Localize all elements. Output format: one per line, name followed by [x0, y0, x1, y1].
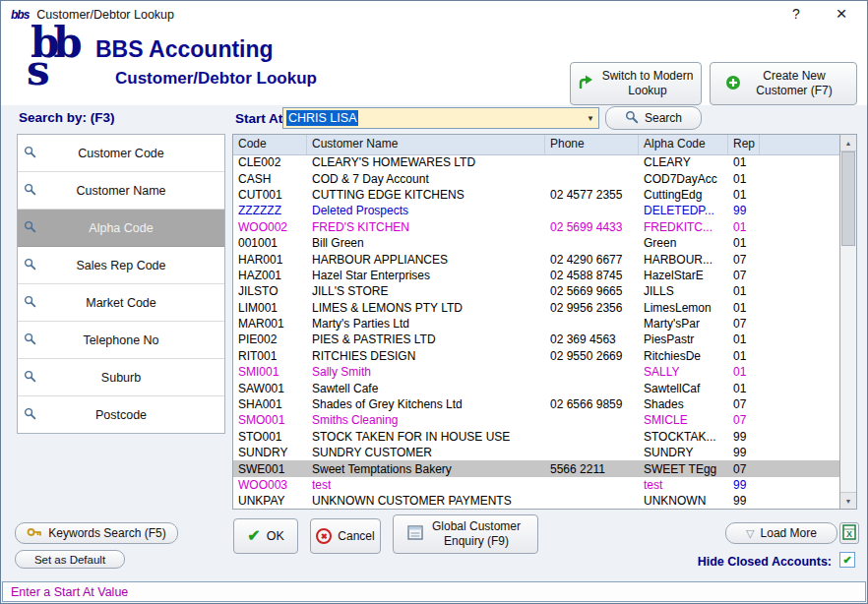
cell-name: UNKNOWN CUSTOMER PAYMENTS — [307, 493, 545, 509]
switch-to-modern-lookup-label: Switch to Modern Lookup — [600, 69, 695, 98]
table-row[interactable]: SMI001Sally SmithSALLY01 — [233, 364, 839, 380]
bbs-logo: bb s — [21, 29, 92, 97]
cell-rep: 99 — [728, 477, 760, 493]
table-row[interactable]: SAW001Sawtell CafeSawtellCaf01 — [233, 380, 839, 395]
column-header-customer-name[interactable]: Customer Name — [307, 135, 545, 154]
create-new-customer-button[interactable]: Create New Customer (F7) — [710, 62, 857, 105]
svg-text:X: X — [846, 529, 852, 539]
table-row[interactable]: HAR001HARBOUR APPLIANCES02 4290 6677HARB… — [233, 251, 839, 267]
ok-label: OK — [267, 529, 284, 543]
cell-code: RIT001 — [233, 348, 307, 364]
search-button[interactable]: Search — [605, 106, 702, 130]
table-row[interactable]: SHA001Shades of Grey Kitchens Ltd02 6566… — [233, 396, 839, 412]
excel-icon: X — [842, 524, 856, 543]
global-customer-enquiry-button[interactable]: Global Customer Enquiry (F9) — [393, 514, 538, 554]
sidebar-item-telephone-no[interactable]: Telephone No — [18, 322, 224, 359]
cell-name: RITCHIES DESIGN — [307, 348, 545, 364]
cell-alpha: Green — [639, 235, 728, 251]
column-header-phone[interactable]: Phone — [545, 135, 639, 154]
cell-code: SAW001 — [233, 381, 307, 396]
table-row[interactable]: LIM001LIMES & LEMONS PTY LTD02 9956 2356… — [233, 300, 839, 316]
scrollbar-thumb[interactable] — [841, 151, 855, 246]
dropdown-arrow-icon[interactable]: ▼ — [587, 114, 594, 123]
set-as-default-button[interactable]: Set as Default — [15, 550, 125, 569]
table-row[interactable]: CASHCOD & 7 Day AccountCOD7DayAcc01 — [233, 170, 839, 186]
table-row[interactable]: ZZZZZZDeleted ProspectsDELETEDP...99 — [233, 203, 839, 218]
hide-closed-accounts-label: Hide Closed Accounts: — [698, 555, 832, 569]
keywords-search-button[interactable]: Keywords Search (F5) — [15, 522, 178, 544]
cell-alpha: SUNDRY — [639, 445, 728, 460]
vertical-scrollbar[interactable]: ▲ ▼ — [840, 134, 857, 510]
table-row[interactable]: JILSTOJILL'S STORE02 5669 9665JILLS01 — [233, 283, 839, 299]
cell-name: Deleted Prospects — [307, 203, 545, 218]
sidebar-item-market-code[interactable]: Market Code — [18, 284, 224, 322]
cell-code: HAR001 — [233, 252, 307, 268]
titlebar: bbs Customer/Debtor Lookup ? × — [1, 1, 867, 29]
sidebar-item-suburb[interactable]: Suburb — [18, 359, 224, 396]
column-header-rep[interactable]: Rep — [728, 135, 760, 154]
cell-alpha: SMICLE — [639, 412, 728, 428]
sidebar-item-label: Suburb — [18, 371, 224, 385]
table-row[interactable]: MAR001Marty's Parties LtdMarty'sPar07 — [233, 316, 839, 332]
status-text: Enter a Start At Value — [11, 585, 128, 599]
sidebar-item-label: Sales Rep Code — [18, 259, 224, 272]
cancel-button[interactable]: ✖ Cancel — [310, 518, 381, 554]
set-as-default-label: Set as Default — [34, 554, 105, 566]
load-more-label: Load More — [761, 526, 817, 540]
cell-rep: 07 — [728, 268, 760, 283]
cell-name: SUNDRY CUSTOMER — [307, 445, 545, 460]
ok-button[interactable]: ✔ OK — [233, 518, 298, 554]
search-by-list: Customer CodeCustomer NameAlpha CodeSale… — [17, 134, 225, 434]
table-row[interactable]: SWE001Sweet Temptations Bakery5566 2211S… — [233, 460, 839, 476]
table-row[interactable]: PIE002PIES & PASTRIES LTD02 369 4563Pies… — [233, 332, 839, 347]
cell-phone: 02 9550 2669 — [545, 348, 639, 364]
sidebar-item-customer-name[interactable]: Customer Name — [18, 172, 224, 210]
search-icon — [625, 110, 639, 127]
table-row[interactable]: WOO003testtest99 — [233, 477, 839, 493]
sidebar-item-sales-rep-code[interactable]: Sales Rep Code — [18, 247, 224, 284]
table-row[interactable]: WOO002FRED'S KITCHEN02 5699 4433FREDKITC… — [233, 219, 839, 235]
scroll-up-icon[interactable]: ▲ — [840, 135, 856, 151]
cell-alpha: DELETEDP... — [639, 203, 728, 218]
help-button[interactable]: ? — [786, 6, 806, 22]
hide-closed-checkbox[interactable]: ✔ — [839, 552, 855, 568]
cell-code: CASH — [233, 171, 307, 187]
app-icon: bbs — [11, 8, 29, 22]
plus-icon — [725, 75, 741, 93]
close-button[interactable]: × — [830, 3, 853, 25]
cell-rep: 99 — [728, 203, 760, 218]
table-row[interactable]: 001001Bill GreenGreen01 — [233, 235, 839, 251]
sidebar-item-customer-code[interactable]: Customer Code — [18, 135, 224, 172]
load-more-button[interactable]: ▽ Load More — [725, 522, 837, 544]
cell-rep: 01 — [728, 187, 760, 203]
table-row[interactable]: CLE002CLEARY'S HOMEWARES LTDCLEARY01 — [233, 154, 839, 170]
export-excel-button[interactable]: X — [839, 522, 859, 544]
cell-phone: 02 5699 4433 — [545, 219, 639, 235]
table-row[interactable]: RIT001RITCHIES DESIGN02 9550 2669Ritchie… — [233, 348, 839, 364]
scroll-down-icon[interactable]: ▼ — [840, 492, 856, 509]
cell-name: Marty's Parties Ltd — [307, 316, 545, 332]
table-row[interactable]: UNKPAYUNKNOWN CUSTOMER PAYMENTSUNKNOWN99 — [233, 493, 839, 509]
cell-alpha: CuttingEdg — [639, 187, 728, 203]
cell-code: JILSTO — [233, 283, 307, 299]
start-at-input[interactable]: CHRIS LISA ▼ — [282, 107, 599, 129]
table-row[interactable]: SUNDRYSUNDRY CUSTOMERSUNDRY99 — [233, 445, 839, 460]
table-row[interactable]: CUT001CUTTING EDGE KITCHENS02 4577 2355C… — [233, 187, 839, 203]
cell-rep: 07 — [728, 252, 760, 268]
table-row[interactable]: HAZ001Hazel Star Enterprises02 4588 8745… — [233, 268, 839, 283]
key-icon — [27, 524, 42, 543]
switch-to-modern-lookup-button[interactable]: Switch to Modern Lookup — [570, 62, 702, 105]
table-row[interactable]: STO001STOCK TAKEN FOR IN HOUSE USESTOCKT… — [233, 429, 839, 445]
magnifier-icon — [24, 332, 36, 348]
cell-name: test — [307, 477, 545, 493]
column-header-alpha-code[interactable]: Alpha Code — [639, 135, 728, 154]
sidebar-item-label: Customer Name — [18, 184, 224, 198]
cell-rep: 01 — [728, 332, 760, 347]
sidebar-item-alpha-code[interactable]: Alpha Code — [18, 210, 224, 247]
cell-rep: 07 — [728, 412, 760, 428]
cell-code: MAR001 — [233, 316, 307, 332]
sidebar-item-postcode[interactable]: Postcode — [18, 396, 224, 433]
column-header-code[interactable]: Code — [233, 135, 307, 154]
bbs-logo-text-bottom: s — [27, 46, 50, 94]
table-row[interactable]: SMO001Smiths CleaningSMICLE07 — [233, 412, 839, 428]
